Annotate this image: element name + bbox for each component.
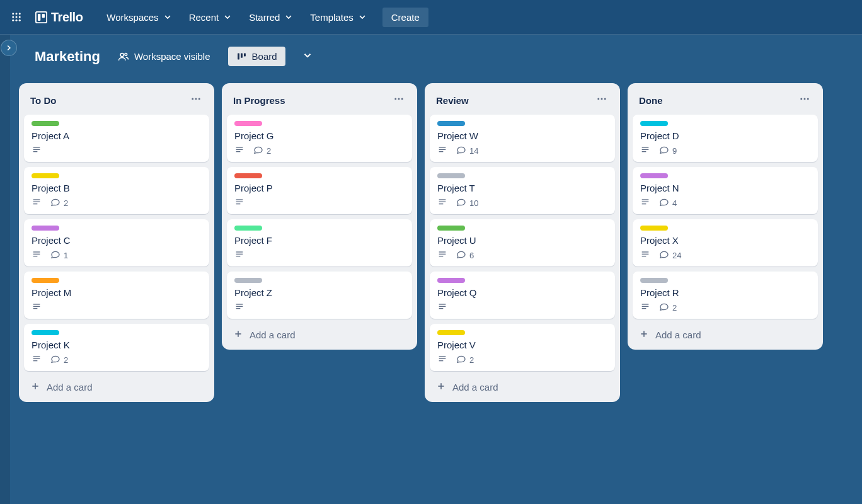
card[interactable]: Project K2 (24, 324, 209, 371)
comments-count: 6 (469, 251, 474, 260)
card-label[interactable] (437, 173, 465, 178)
card[interactable]: Project W14 (430, 115, 615, 162)
card[interactable]: Project B2 (24, 167, 209, 214)
card-label[interactable] (32, 278, 59, 283)
list-title[interactable]: Review (436, 95, 469, 106)
svg-rect-9 (36, 11, 47, 22)
comments-count: 9 (672, 146, 677, 156)
card-label[interactable] (640, 278, 668, 283)
list-title[interactable]: Done (639, 95, 663, 106)
card-label[interactable] (640, 226, 668, 231)
card-badges (234, 197, 405, 209)
card-badges: 1 (32, 249, 202, 261)
chevron-down-icon (222, 12, 233, 22)
trello-logo[interactable]: Trello (30, 10, 88, 25)
svg-point-37 (394, 98, 396, 100)
card-title: Project C (32, 235, 202, 246)
card-label[interactable] (32, 121, 59, 126)
plus-icon (436, 381, 446, 393)
card[interactable]: Project C1 (24, 219, 209, 266)
list: ReviewProject W14Project T10Project U6Pr… (425, 83, 620, 402)
card[interactable]: Project T10 (430, 167, 615, 214)
create-button[interactable]: Create (382, 8, 428, 27)
card[interactable]: Project A (24, 115, 209, 162)
card-label[interactable] (640, 173, 668, 178)
comments-badge: 2 (456, 354, 474, 366)
comments-badge: 14 (456, 145, 478, 157)
card[interactable]: Project F (227, 219, 412, 266)
description-icon (437, 354, 447, 366)
card[interactable]: Project V2 (430, 324, 615, 371)
nav-item-label: Starred (249, 12, 280, 23)
card[interactable]: Project N4 (633, 167, 818, 214)
list-title[interactable]: To Do (30, 95, 56, 106)
description-icon (234, 145, 244, 157)
svg-point-6 (12, 20, 14, 21)
list-actions-button[interactable] (392, 92, 406, 108)
card-label[interactable] (234, 278, 262, 283)
card[interactable]: Project G2 (227, 115, 412, 162)
apps-grid-icon[interactable] (6, 7, 26, 27)
list-header: Done (633, 89, 818, 115)
view-switcher-button[interactable] (297, 46, 318, 67)
nav-item-starred[interactable]: Starred (241, 8, 301, 26)
description-badge (234, 197, 244, 209)
card-label[interactable] (32, 226, 59, 231)
card-label[interactable] (437, 226, 465, 231)
card[interactable]: Project U6 (430, 219, 615, 266)
comments-badge: 1 (50, 249, 68, 261)
list-actions-button[interactable] (189, 92, 203, 108)
board-view-button[interactable]: Board (228, 47, 285, 66)
description-badge (640, 197, 650, 209)
nav-item-templates[interactable]: Templates (302, 8, 374, 26)
card-label[interactable] (32, 173, 59, 178)
card[interactable]: Project Z (227, 272, 412, 319)
card[interactable]: Project D9 (633, 115, 818, 162)
card-title: Project N (640, 183, 810, 193)
svg-rect-15 (241, 54, 243, 58)
board-title[interactable]: Marketing (35, 49, 100, 65)
svg-point-39 (401, 98, 403, 100)
card-label[interactable] (234, 173, 262, 178)
cards-container: Project G2Project PProject FProject Z (227, 115, 412, 319)
top-nav: Trello Workspaces Recent Starred Templat… (0, 0, 862, 35)
sidebar-expand-button[interactable] (1, 40, 17, 56)
nav-item-workspaces[interactable]: Workspaces (99, 8, 180, 26)
card-label[interactable] (32, 330, 59, 335)
list-header: In Progress (227, 89, 412, 115)
list-title[interactable]: In Progress (233, 95, 285, 106)
list-actions-button[interactable] (595, 92, 609, 108)
horizontal-dots-icon (799, 96, 810, 106)
svg-rect-11 (42, 13, 45, 17)
card-label[interactable] (234, 121, 262, 126)
comments-badge: 4 (659, 197, 677, 209)
card-label[interactable] (640, 121, 668, 126)
card[interactable]: Project Q (430, 272, 615, 319)
comments-count: 1 (64, 251, 68, 260)
card-label[interactable] (437, 278, 465, 283)
comments-badge: 24 (659, 249, 681, 261)
add-card-button[interactable]: Add a card (633, 323, 818, 343)
card-label[interactable] (437, 330, 465, 335)
card[interactable]: Project X24 (633, 219, 818, 266)
sidebar-collapsed-rail[interactable] (0, 35, 10, 504)
add-card-button[interactable]: Add a card (430, 375, 615, 396)
card[interactable]: Project P (227, 167, 412, 214)
card-label[interactable] (234, 226, 262, 231)
add-card-button[interactable]: Add a card (227, 323, 412, 343)
svg-point-38 (398, 98, 400, 100)
card[interactable]: Project M (24, 272, 209, 319)
board-canvas[interactable]: To DoProject AProject B2Project C1Projec… (0, 78, 862, 407)
plus-icon (233, 329, 243, 341)
list-actions-button[interactable] (798, 92, 812, 108)
card-label[interactable] (437, 121, 465, 126)
add-card-button[interactable]: Add a card (24, 375, 209, 396)
nav-item-recent[interactable]: Recent (181, 8, 241, 26)
card-badges: 10 (437, 197, 607, 209)
description-icon (32, 354, 42, 366)
svg-rect-10 (38, 13, 40, 20)
logo-text: Trello (51, 10, 83, 25)
card[interactable]: Project R2 (633, 272, 818, 319)
add-card-label: Add a card (250, 329, 296, 340)
workspace-visibility-button[interactable]: Workspace visible (112, 47, 217, 66)
